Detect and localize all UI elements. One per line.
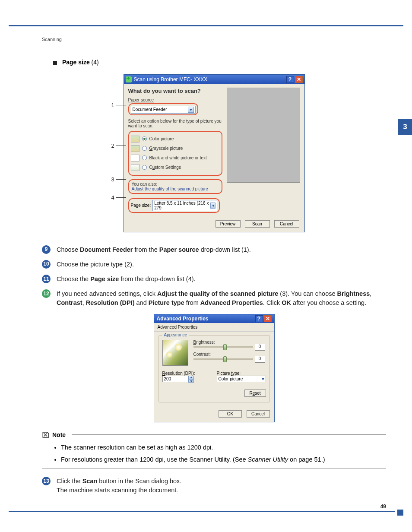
callout-1: 1 <box>111 102 114 108</box>
resolution-spinner[interactable]: 200 <box>162 376 212 383</box>
resolution-value[interactable]: 200 <box>162 376 188 382</box>
option-custom[interactable]: Custom Settings <box>131 163 220 172</box>
page-size-combo[interactable]: Letter 8.5 x 11 inches (216 x 279 <box>152 200 217 211</box>
cancel-button[interactable]: Cancel <box>274 220 299 228</box>
brightness-value[interactable]: 0 <box>255 344 265 351</box>
picture-type-combo[interactable]: Color picture <box>217 376 266 382</box>
scan-body: What do you want to scan? Paper source D… <box>124 84 304 232</box>
picture-type-group: CColor pictureolor picture Grayscale pic… <box>128 131 222 176</box>
window-buttons: ? ✕ <box>286 76 303 83</box>
color-thumb-icon <box>131 136 139 142</box>
note-label: Note <box>52 431 66 438</box>
reset-row: Reset <box>162 389 266 397</box>
step-13-text: Click the Scan button in the Scan dialog… <box>57 477 181 494</box>
radio-color[interactable] <box>142 136 147 141</box>
picture-type-value: Color picture <box>219 377 243 381</box>
close-button[interactable]: ✕ <box>295 76 303 83</box>
appearance-fieldset: Appearance Brightness: 0 Contrast: <box>158 335 270 402</box>
ok-button[interactable]: OK <box>219 410 242 418</box>
step-11-text: Choose the Page size from the drop-down … <box>57 275 196 283</box>
adjust-quality-link[interactable]: Adjust the quality of the scanned pictur… <box>132 187 208 191</box>
running-header: Scanning <box>42 37 62 42</box>
page-number: 49 <box>380 504 386 510</box>
slider-thumb-icon[interactable] <box>223 356 227 362</box>
step-12-text: If you need advanced settings, click Adj… <box>57 289 386 307</box>
step-10: 10 Choose the picture type (2). <box>42 260 386 269</box>
contrast-value[interactable]: 0 <box>255 356 265 363</box>
step-9-badge: 9 <box>42 245 51 254</box>
picture-type-col: Picture type: Color picture <box>217 371 266 383</box>
option-bw[interactable]: Black and white picture or text <box>131 153 220 163</box>
brightness-slider[interactable]: 0 <box>193 346 253 348</box>
chapter-tab: 3 <box>398 119 412 135</box>
adv-title: Advanced Properties <box>157 316 209 322</box>
square-bullet-icon <box>53 61 57 65</box>
scan-buttons: Preview Scan Cancel <box>216 220 299 228</box>
note-list: The scanner resolution can be set as hig… <box>53 443 386 465</box>
option-custom-label: Custom Settings <box>149 165 181 170</box>
help-button[interactable]: ? <box>255 315 263 322</box>
callout-3: 3 <box>111 176 114 183</box>
bw-thumb-icon <box>131 155 139 162</box>
option-grayscale[interactable]: Grayscale picture <box>131 144 220 153</box>
steps-list: 9 Choose Document Feeder from the Paper … <box>42 245 386 307</box>
cancel-button[interactable]: Cancel <box>247 410 270 418</box>
paper-source-value: Document Feeder <box>133 107 167 112</box>
select-instruction: Select an option below for the type of p… <box>128 119 222 128</box>
close-button[interactable]: ✕ <box>264 315 272 322</box>
brightness-row: Brightness: 0 <box>193 340 266 348</box>
note-item-1: The scanner resolution can be set as hig… <box>61 443 386 453</box>
help-button[interactable]: ? <box>286 76 294 83</box>
contrast-row: Contrast: 0 <box>193 352 266 360</box>
option-grayscale-label: Grayscale picture <box>149 146 183 151</box>
note-block: Note The scanner resolution can be set a… <box>42 431 386 469</box>
adv-titlebar: Advanced Properties ? ✕ <box>154 314 274 323</box>
scan-button[interactable]: Scan <box>245 220 270 228</box>
custom-thumb-icon <box>131 164 139 171</box>
adv-tab[interactable]: Advanced Properties <box>154 323 274 332</box>
option-color[interactable]: CColor pictureolor picture <box>131 134 220 144</box>
chevron-down-icon <box>188 107 194 113</box>
page-size-value: Letter 8.5 x 11 inches (216 x 279 <box>154 201 210 210</box>
scan-window: Scan using Brother MFC- XXXX ? ✕ What do… <box>124 74 305 232</box>
advanced-properties-figure: Advanced Properties ? ✕ Advanced Propert… <box>154 314 275 422</box>
scan-dialog-figure: 1 2 3 4 Scan using Brother MFC- XXXX ? ✕… <box>124 74 305 232</box>
step-11-badge: 11 <box>42 275 51 283</box>
page-size-field-label: Page size: <box>131 203 151 208</box>
callout-4: 4 <box>111 194 114 201</box>
option-color-label: CColor pictureolor picture <box>149 136 174 141</box>
step-9: 9 Choose Document Feeder from the Paper … <box>42 245 386 254</box>
radio-grayscale[interactable] <box>142 146 147 151</box>
contrast-slider[interactable]: 0 <box>193 358 253 360</box>
reset-button[interactable]: Reset <box>244 390 266 397</box>
preview-button[interactable]: Preview <box>216 220 241 228</box>
top-rule <box>9 25 403 26</box>
note-item-2: For resolutions greater than 1200 dpi, u… <box>61 455 386 465</box>
page-content: Page size (4) 1 2 3 4 Scan using Brother… <box>42 59 386 500</box>
callout-2: 2 <box>111 142 114 149</box>
radio-custom[interactable] <box>142 165 147 170</box>
appearance-legend: Appearance <box>162 332 189 337</box>
picture-type-label: Picture type: <box>217 371 266 376</box>
page-size-row: Page size: Letter 8.5 x 11 inches (216 x… <box>128 198 222 213</box>
adjust-box: You can also: Adjust the quality of the … <box>128 179 222 194</box>
corner-square <box>397 510 403 516</box>
note-bottom-rule <box>42 469 386 469</box>
step-10-badge: 10 <box>42 260 51 269</box>
scanner-icon <box>126 76 132 82</box>
scan-heading: What do you want to scan? <box>128 88 222 94</box>
preview-thumbnail <box>162 340 188 366</box>
chevron-down-icon <box>260 377 264 381</box>
step-13-badge: 13 <box>42 477 51 485</box>
adv-button-row: OK Cancel <box>154 407 274 422</box>
radio-bw[interactable] <box>142 155 147 160</box>
paper-source-combo[interactable]: Document Feeder <box>131 106 196 114</box>
page-size-bullet: Page size (4) <box>53 59 386 66</box>
slider-thumb-icon[interactable] <box>223 344 227 350</box>
preview-area <box>227 88 300 183</box>
scan-titlebar: Scan using Brother MFC- XXXX ? ✕ <box>124 75 304 84</box>
spin-down-icon[interactable] <box>188 379 194 383</box>
step-12: 12 If you need advanced settings, click … <box>42 289 386 307</box>
step-10-text: Choose the picture type (2). <box>57 260 134 269</box>
spin-up-icon[interactable] <box>188 376 194 379</box>
